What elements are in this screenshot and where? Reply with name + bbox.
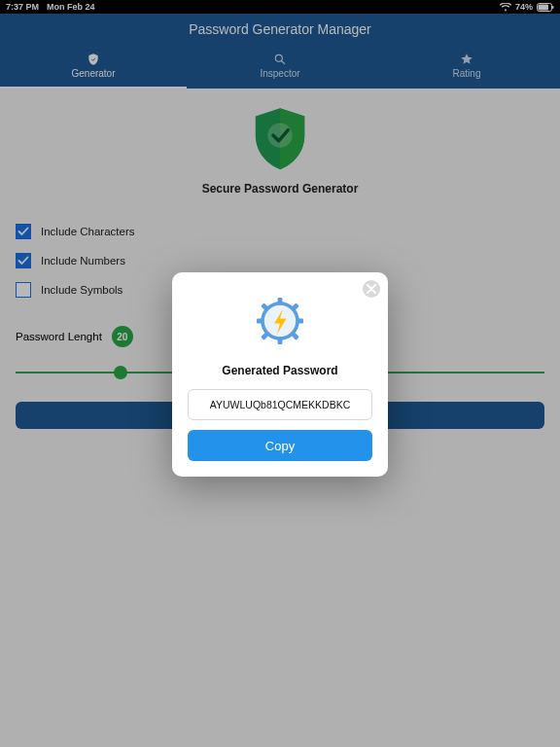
gear-bolt-icon <box>188 292 372 350</box>
copy-button[interactable]: Copy <box>188 430 372 461</box>
generated-password-field[interactable]: AYUWLUQb81QCMEKKDBKC <box>188 389 372 420</box>
close-icon <box>367 284 376 294</box>
modal-title: Generated Password <box>188 364 372 377</box>
generated-password-modal: Generated Password AYUWLUQb81QCMEKKDBKC … <box>172 272 388 477</box>
close-button[interactable] <box>363 280 380 298</box>
